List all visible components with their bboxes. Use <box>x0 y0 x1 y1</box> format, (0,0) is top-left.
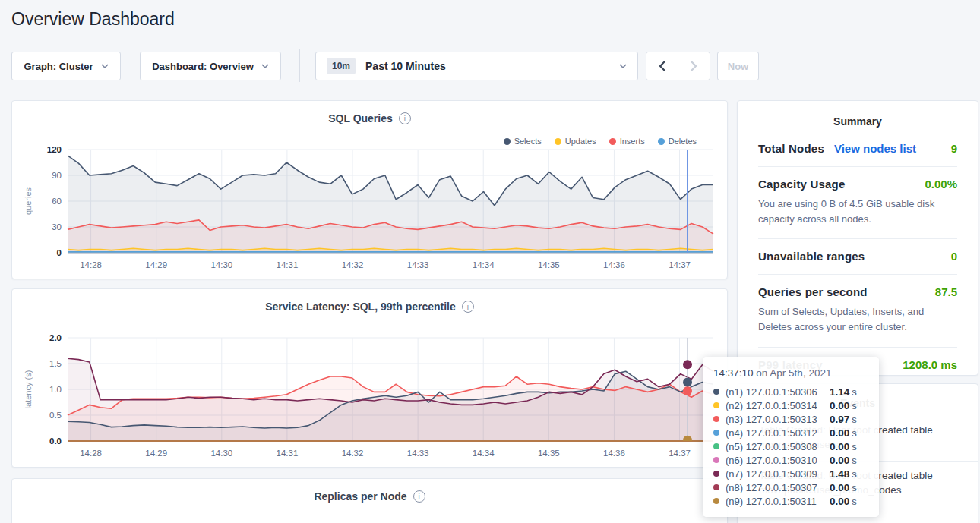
tooltip-node-unit: s <box>852 482 857 493</box>
dashboard-dropdown[interactable]: Dashboard: Overview <box>140 52 281 80</box>
summary-description: Sum of Selects, Updates, Inserts, and De… <box>758 304 957 335</box>
summary-row-queries-per-second: Queries per second 87.5 Sum of Selects, … <box>758 275 957 347</box>
svg-text:14:29: 14:29 <box>145 260 167 269</box>
view-nodes-list-link[interactable]: View nodes list <box>834 142 916 155</box>
tooltip-node-unit: s <box>852 496 857 507</box>
svg-text:queries: queries <box>24 187 33 215</box>
svg-text:14:37: 14:37 <box>669 260 691 269</box>
summary-description: You are using 0 B of 4.5 GiB usable disk… <box>758 197 957 227</box>
tooltip-node-value: 0.00 <box>830 496 849 507</box>
svg-text:60: 60 <box>52 197 62 206</box>
svg-text:14:33: 14:33 <box>407 260 429 269</box>
summary-row-total-nodes: Total Nodes View nodes list 9 <box>758 131 957 167</box>
svg-text:14:35: 14:35 <box>538 260 560 269</box>
info-icon[interactable]: i <box>399 112 411 124</box>
node-color-dot-icon <box>713 498 719 504</box>
node-color-dot-icon <box>713 402 719 408</box>
tooltip-node-unit: s <box>852 468 857 480</box>
tooltip-node-value: 1.14 <box>830 386 849 398</box>
tooltip-node-row: (n7) 127.0.0.1:503091.48s <box>713 467 868 480</box>
node-color-dot-icon <box>713 416 719 422</box>
svg-text:14:34: 14:34 <box>473 260 495 269</box>
svg-text:14:33: 14:33 <box>407 449 429 458</box>
svg-text:90: 90 <box>52 171 62 180</box>
next-time-button[interactable] <box>678 52 710 80</box>
chart-title-text: Replicas per Node <box>314 490 406 503</box>
svg-text:1.0: 1.0 <box>49 385 62 394</box>
summary-value: 0.00% <box>925 178 957 191</box>
tooltip-node-unit: s <box>852 414 857 425</box>
svg-text:14:31: 14:31 <box>277 260 299 269</box>
chart-title-text: SQL Queries <box>328 112 393 124</box>
svg-text:latency (s): latency (s) <box>24 370 33 409</box>
tooltip-time: 14:37:10 <box>713 367 754 379</box>
info-icon[interactable]: i <box>413 490 425 503</box>
tooltip-node-row: (n6) 127.0.0.1:503100.00s <box>713 453 868 467</box>
chart-title-sql-queries: SQL Queries i <box>12 112 727 124</box>
now-button-label: Now <box>728 61 748 72</box>
tooltip-node-label: (n9) 127.0.0.1:50311 <box>726 496 827 507</box>
svg-text:0.0: 0.0 <box>49 436 62 446</box>
previous-time-button[interactable] <box>646 52 678 80</box>
tooltip-node-label: (n1) 127.0.0.1:50306 <box>726 386 827 398</box>
tooltip-node-unit: s <box>852 400 857 411</box>
tooltip-node-label: (n7) 127.0.0.1:50309 <box>726 468 827 480</box>
tooltip-node-row: (n9) 127.0.0.1:503110.00s <box>713 494 868 508</box>
tooltip-node-row: (n5) 127.0.0.1:503080.00s <box>713 440 868 453</box>
svg-text:14:35: 14:35 <box>538 449 560 458</box>
svg-text:2.0: 2.0 <box>49 333 62 342</box>
svg-text:30: 30 <box>52 222 62 232</box>
chevron-down-icon <box>619 64 627 68</box>
graph-dropdown-label: Graph: Cluster <box>24 61 93 72</box>
node-color-dot-icon <box>713 471 719 477</box>
summary-label: Unavailable ranges <box>758 250 865 263</box>
sql-queries-chart-card: SQL Queries i SelectsUpdatesInsertsDelet… <box>11 100 728 279</box>
svg-text:14:32: 14:32 <box>342 260 364 269</box>
tooltip-node-value: 0.97 <box>830 414 849 425</box>
time-range-picker[interactable]: 10m Past 10 Minutes <box>315 52 638 80</box>
tooltip-node-label: (n3) 127.0.0.1:50313 <box>726 414 827 425</box>
tooltip-node-label: (n4) 127.0.0.1:50312 <box>726 427 827 439</box>
node-color-dot-icon <box>713 484 719 490</box>
tooltip-node-value: 0.00 <box>830 455 849 466</box>
tooltip-node-row: (n4) 127.0.0.1:503120.00s <box>713 426 868 440</box>
summary-panel: Summary Total Nodes View nodes list 9 Ca… <box>737 100 978 376</box>
svg-text:0.5: 0.5 <box>49 411 62 420</box>
svg-text:14:31: 14:31 <box>277 449 299 458</box>
toolbar-divider <box>299 49 300 82</box>
service-latency-chart-card: Service Latency: SQL, 99th percentile i … <box>11 288 728 468</box>
service-latency-chart[interactable]: 14:2814:2914:3014:3114:3214:3314:3414:35… <box>21 332 719 462</box>
now-button[interactable]: Now <box>717 52 759 80</box>
chevron-down-icon <box>261 64 269 68</box>
tooltip-date: on Apr 5th, 2021 <box>756 367 831 379</box>
svg-text:14:32: 14:32 <box>342 449 364 458</box>
summary-value: 9 <box>951 142 957 155</box>
summary-row-unavailable-ranges: Unavailable ranges 0 <box>758 239 957 275</box>
time-step-buttons <box>646 52 710 80</box>
node-color-dot-icon <box>713 443 719 449</box>
svg-text:14:37: 14:37 <box>669 449 691 458</box>
tooltip-node-label: (n8) 127.0.0.1:50307 <box>726 482 827 493</box>
svg-text:120: 120 <box>47 145 62 154</box>
tooltip-node-label: (n6) 127.0.0.1:50310 <box>726 455 827 466</box>
tooltip-node-row: (n1) 127.0.0.1:503061.14s <box>713 385 868 399</box>
chart-title-service-latency: Service Latency: SQL, 99th percentile i <box>12 301 727 313</box>
node-color-dot-icon <box>713 389 719 395</box>
tooltip-node-unit: s <box>852 455 857 466</box>
graph-dropdown[interactable]: Graph: Cluster <box>11 52 121 80</box>
node-color-dot-icon <box>713 457 719 463</box>
summary-label: Queries per second <box>758 285 868 298</box>
info-icon[interactable]: i <box>462 301 474 313</box>
time-range-badge: 10m <box>327 58 356 74</box>
chevron-down-icon <box>101 64 109 68</box>
svg-text:14:28: 14:28 <box>80 260 102 269</box>
summary-label: Total Nodes <box>758 142 824 155</box>
chart-hover-tooltip: 14:37:10 on Apr 5th, 2021 (n1) 127.0.0.1… <box>703 357 879 517</box>
tooltip-node-unit: s <box>852 427 857 439</box>
sql-queries-chart[interactable]: 14:2814:2914:3014:3114:3214:3314:3414:35… <box>21 143 719 274</box>
tooltip-node-unit: s <box>852 386 857 398</box>
svg-text:0: 0 <box>57 248 62 257</box>
summary-row-capacity-usage: Capacity Usage 0.00% You are using 0 B o… <box>758 167 957 239</box>
svg-text:14:28: 14:28 <box>80 449 102 458</box>
replicas-per-node-chart-card: Replicas per Node i <box>11 478 728 523</box>
